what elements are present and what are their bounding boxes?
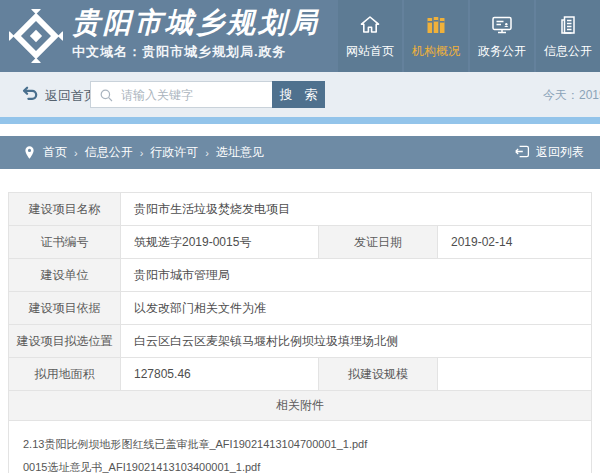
- attachments-row: 2.13贵阳比例坝地形图红线已盖审批章_AFI19021413104700001…: [9, 421, 591, 473]
- nav-item-home[interactable]: 网站首页: [338, 0, 402, 72]
- attachment-pdf-link[interactable]: 0015选址意见书_AFI19021413103400001_1.pdf: [23, 456, 577, 473]
- spacer: [0, 124, 600, 136]
- table-row: 建设项目依据 以发改部门相关文件为准: [9, 292, 591, 325]
- return-list-label: 返回列表: [536, 144, 584, 161]
- field-value-planned-scale: [438, 358, 591, 390]
- field-value-issue-date: 2019-02-14: [438, 226, 591, 258]
- nav-label: 网站首页: [346, 43, 394, 60]
- site-title: 贵阳市城乡规划局: [72, 6, 320, 40]
- breadcrumb-home[interactable]: 首页: [43, 144, 67, 161]
- nav-item-info-disclosure[interactable]: 信息公开: [536, 0, 600, 72]
- field-value-land-area: 127805.46: [121, 358, 319, 390]
- table-row: 建设项目名称 贵阳市生活垃圾焚烧发电项目: [9, 193, 591, 226]
- attachments-title: 相关附件: [9, 391, 591, 420]
- field-label-certificate-no: 证书编号: [9, 226, 121, 258]
- field-label-project-name: 建设项目名称: [9, 193, 121, 225]
- site-header: 贵阳市城乡规划局 中文域名：贵阳市城乡规划局.政务 网站首页: [0, 0, 600, 72]
- field-label-land-area: 拟用地面积: [9, 358, 121, 390]
- search-button[interactable]: 搜 索: [272, 81, 325, 108]
- search-area: 搜 索: [90, 81, 325, 108]
- main-nav: 网站首页 机构概况: [338, 0, 600, 72]
- return-list-icon: [514, 144, 530, 162]
- nav-label: 信息公开: [544, 43, 592, 60]
- attachment-pdf-link[interactable]: 2.13贵阳比例坝地形图红线已盖审批章_AFI19021413104700001…: [23, 433, 577, 456]
- table-row: 证书编号 筑规选字2019-0015号 发证日期 2019-02-14: [9, 226, 591, 259]
- back-arrow-icon: [22, 85, 39, 106]
- field-label-planned-scale: 拟建设规模: [319, 358, 438, 390]
- attachments-header-row: 相关附件: [9, 391, 591, 421]
- table-row: 拟用地面积 127805.46 拟建设规模: [9, 358, 591, 391]
- today-date: 今天：2019年: [543, 87, 600, 104]
- books-icon: [424, 12, 448, 38]
- agency-logo-icon: [9, 9, 63, 63]
- site-title-block: 贵阳市城乡规划局 中文域名：贵阳市城乡规划局.政务: [72, 6, 320, 61]
- field-value-certificate-no: 筑规选字2019-0015号: [121, 226, 319, 258]
- search-icon: [99, 88, 114, 103]
- nav-label: 机构概况: [412, 43, 460, 60]
- field-value-construction-unit: 贵阳市城市管理局: [121, 259, 591, 291]
- home-icon: [358, 12, 382, 38]
- back-home-link[interactable]: 返回首页: [22, 85, 97, 106]
- main-content: 建设项目名称 贵阳市生活垃圾焚烧发电项目 证书编号 筑规选字2019-0015号…: [0, 169, 600, 473]
- breadcrumb-separator: ›: [140, 147, 144, 159]
- location-pin-icon: [24, 145, 35, 160]
- field-value-proposed-location: 白云区白云区麦架镇马堰村比例坝垃圾填埋场北侧: [121, 325, 591, 357]
- site-subtitle: 中文域名：贵阳市城乡规划局.政务: [72, 43, 320, 61]
- nav-label: 政务公开: [478, 43, 526, 60]
- project-detail-table: 建设项目名称 贵阳市生活垃圾焚烧发电项目 证书编号 筑规选字2019-0015号…: [8, 192, 592, 473]
- field-value-project-name: 贵阳市生活垃圾焚烧发电项目: [121, 193, 591, 225]
- search-input[interactable]: [121, 82, 269, 107]
- field-label-construction-unit: 建设单位: [9, 259, 121, 291]
- field-label-issue-date: 发证日期: [319, 226, 438, 258]
- nav-item-gov-affairs[interactable]: 政务公开: [470, 0, 534, 72]
- breadcrumb-current-page: 选址意见: [216, 144, 264, 161]
- return-list-button[interactable]: 返回列表: [514, 136, 584, 169]
- attachments-list: 2.13贵阳比例坝地形图红线已盖审批章_AFI19021413104700001…: [9, 421, 591, 473]
- document-icon: [556, 12, 580, 38]
- breadcrumb-info-disclosure[interactable]: 信息公开: [85, 144, 133, 161]
- search-box: [90, 81, 272, 108]
- monitor-icon: [490, 12, 514, 38]
- accent-strip: [0, 117, 600, 124]
- field-value-project-basis: 以发改部门相关文件为准: [121, 292, 591, 324]
- nav-item-org-overview[interactable]: 机构概况: [404, 0, 468, 72]
- field-label-proposed-location: 建设项目拟选位置: [9, 325, 121, 357]
- breadcrumb-bar: 首页 › 信息公开 › 行政许可 › 选址意见 返回列表: [0, 136, 600, 169]
- breadcrumb-separator: ›: [205, 147, 209, 159]
- breadcrumb-admin-permit[interactable]: 行政许可: [150, 144, 198, 161]
- search-toolbar: 返回首页 搜 索 今天：2019年: [0, 72, 600, 117]
- table-row: 建设项目拟选位置 白云区白云区麦架镇马堰村比例坝垃圾填埋场北侧: [9, 325, 591, 358]
- breadcrumb-separator: ›: [74, 147, 78, 159]
- breadcrumb: 首页 › 信息公开 › 行政许可 › 选址意见: [43, 144, 264, 161]
- field-label-project-basis: 建设项目依据: [9, 292, 121, 324]
- table-row: 建设单位 贵阳市城市管理局: [9, 259, 591, 292]
